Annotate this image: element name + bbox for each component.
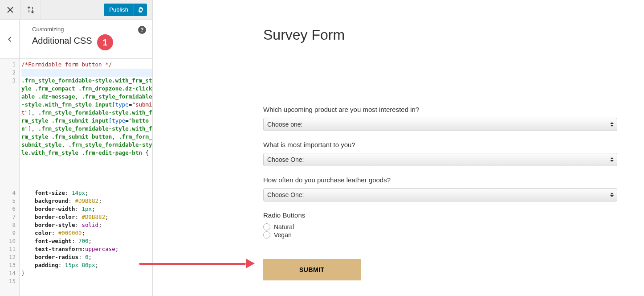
back-button[interactable]	[0, 20, 20, 58]
field-label: Which upcoming product are you most inte…	[263, 106, 617, 113]
select-field-2[interactable]: Choose One:	[263, 188, 617, 201]
customizer-sidebar: Publish Customizing Additional CSS 1 ? 1…	[0, 0, 153, 296]
devices-button[interactable]	[20, 0, 41, 20]
customizer-topbar: Publish	[0, 0, 152, 20]
help-icon[interactable]: ?	[138, 26, 146, 34]
publish-button[interactable]: Publish	[104, 4, 134, 16]
section-title: Additional CSS	[32, 36, 92, 45]
radio-group-label: Radio Buttons	[263, 211, 617, 219]
editor-gutter: 123456789101112131415	[0, 59, 20, 296]
section-header: Customizing Additional CSS 1 ?	[0, 20, 152, 59]
publish-settings-button[interactable]	[134, 4, 147, 16]
css-editor[interactable]: 123456789101112131415 /*Formidable form …	[0, 59, 152, 296]
select-field-1[interactable]: Choose One:	[263, 153, 617, 166]
editor-content[interactable]: /*Formidable form button */.frm_style_fo…	[20, 59, 152, 296]
radio-label: Vegan	[274, 231, 292, 238]
radio-icon	[263, 231, 270, 238]
page-title: Survey Form	[263, 27, 617, 43]
annotation-badge-1: 1	[97, 34, 113, 50]
radio-icon	[263, 223, 270, 230]
preview-pane: Survey Form Which upcoming product are y…	[153, 0, 644, 296]
radio-label: Natural	[274, 223, 294, 230]
field-label: What is most important to you?	[263, 141, 617, 148]
field-label: How often do you purchase leather goods?	[263, 176, 617, 184]
radio-option[interactable]: Natural	[263, 223, 617, 230]
select-field-0[interactable]: Choose one:	[263, 118, 617, 131]
radio-option[interactable]: Vegan	[263, 231, 617, 238]
section-pretitle: Customizing	[32, 26, 113, 33]
close-button[interactable]	[0, 0, 20, 20]
submit-button[interactable]: Submit	[263, 259, 361, 280]
